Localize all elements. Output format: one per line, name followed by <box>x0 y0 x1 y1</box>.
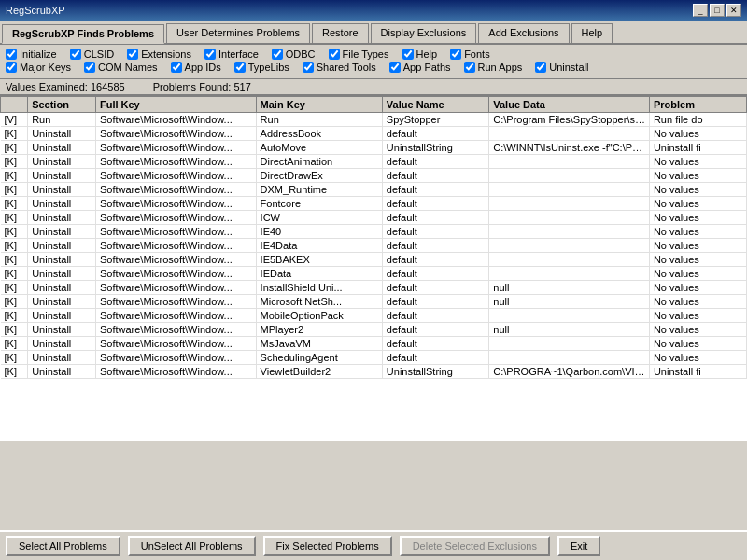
cell-type: [K] <box>1 253 28 267</box>
checkbox-clsid[interactable]: CLSID <box>70 49 114 60</box>
table-row[interactable]: [K]UninstallSoftware\Microsoft\Window...… <box>1 337 747 351</box>
checkbox-interface[interactable]: Interface <box>204 49 259 60</box>
cell-type: [K] <box>1 141 28 155</box>
cell-fullkey: Software\Microsoft\Window... <box>95 337 256 351</box>
tab-help[interactable]: Help <box>571 23 613 43</box>
cell-valuedata <box>489 253 650 267</box>
tab-restore[interactable]: Restore <box>312 23 369 43</box>
cell-type: [K] <box>1 281 28 295</box>
cell-fullkey: Software\Microsoft\Window... <box>95 113 256 127</box>
select-all-button[interactable]: Select All Problems <box>6 536 120 556</box>
cell-problem: No values <box>649 281 746 295</box>
col-header-valuedata[interactable]: Value Data <box>489 97 650 113</box>
cell-valuedata <box>489 351 650 365</box>
checkbox-typelibs[interactable]: TypeLibs <box>234 62 289 73</box>
checkbox-file-types[interactable]: File Types <box>329 49 389 60</box>
table-row[interactable]: [K]UninstallSoftware\Microsoft\Window...… <box>1 253 747 267</box>
table-body: [V]RunSoftware\Microsoft\Window...RunSpy… <box>1 113 747 379</box>
col-header-problem[interactable]: Problem <box>649 97 746 113</box>
table-row[interactable]: [K]UninstallSoftware\Microsoft\Window...… <box>1 281 747 295</box>
cell-type: [V] <box>1 113 28 127</box>
table-row[interactable]: [K]UninstallSoftware\Microsoft\Window...… <box>1 183 747 197</box>
checkbox-odbc[interactable]: ODBC <box>272 49 316 60</box>
checkbox-uninstall[interactable]: Uninstall <box>535 62 588 73</box>
table-row[interactable]: [K]UninstallSoftware\Microsoft\Window...… <box>1 169 747 183</box>
col-header-mainkey[interactable]: Main Key <box>256 97 382 113</box>
cell-fullkey: Software\Microsoft\Window... <box>95 169 256 183</box>
table-row[interactable]: [K]UninstallSoftware\Microsoft\Window...… <box>1 309 747 323</box>
cell-mainkey: Fontcore <box>256 197 382 211</box>
table-row[interactable]: [K]UninstallSoftware\Microsoft\Window...… <box>1 365 747 379</box>
cell-problem: Uninstall fi <box>649 141 746 155</box>
cell-problem: No values <box>649 169 746 183</box>
cell-mainkey: IE40 <box>256 225 382 239</box>
cell-problem: No values <box>649 211 746 225</box>
tab-regscrubxp-finds-problems[interactable]: RegScrubXP Finds Problems <box>2 24 164 44</box>
minimize-button[interactable]: _ <box>693 4 708 17</box>
cell-valuename: default <box>382 197 488 211</box>
table-row[interactable]: [K]UninstallSoftware\Microsoft\Window...… <box>1 323 747 337</box>
unselect-all-button[interactable]: UnSelect All Problems <box>128 536 256 556</box>
table-row[interactable]: [K]UninstallSoftware\Microsoft\Window...… <box>1 295 747 309</box>
checkbox-major-keys[interactable]: Major Keys <box>6 62 71 73</box>
cell-problem: No values <box>649 225 746 239</box>
cell-valuename: default <box>382 351 488 365</box>
cell-valuedata: C:\PROGRA~1\Qarbon.com\VIEWL... <box>489 365 650 379</box>
col-header-section[interactable]: Section <box>28 97 96 113</box>
cell-valuename: default <box>382 267 488 281</box>
checkbox-fonts[interactable]: Fonts <box>450 49 490 60</box>
cell-valuename: default <box>382 211 488 225</box>
tab-add-exclusions[interactable]: Add Exclusions <box>478 23 569 43</box>
table-row[interactable]: [K]UninstallSoftware\Microsoft\Window...… <box>1 127 747 141</box>
checkbox-app-paths[interactable]: App Paths <box>389 62 451 73</box>
cell-section: Uninstall <box>28 351 96 365</box>
table-row[interactable]: [K]UninstallSoftware\Microsoft\Window...… <box>1 197 747 211</box>
checkbox-extensions[interactable]: Extensions <box>127 49 191 60</box>
delete-exclusions-button[interactable]: Delete Selected Exclusions <box>400 536 550 556</box>
cell-problem: No values <box>649 295 746 309</box>
table-row[interactable]: [K]UninstallSoftware\Microsoft\Window...… <box>1 211 747 225</box>
cell-fullkey: Software\Microsoft\Window... <box>95 141 256 155</box>
cell-valuename: SpyStopper <box>382 113 488 127</box>
table-row[interactable]: [K]UninstallSoftware\Microsoft\Window...… <box>1 267 747 281</box>
cell-mainkey: InstallShield Uni... <box>256 281 382 295</box>
col-header-type[interactable] <box>1 97 28 113</box>
table-row[interactable]: [K]UninstallSoftware\Microsoft\Window...… <box>1 351 747 365</box>
checkbox-com-names[interactable]: COM Names <box>84 62 158 73</box>
cell-valuename: UninstallString <box>382 365 488 379</box>
table-row[interactable]: [V]RunSoftware\Microsoft\Window...RunSpy… <box>1 113 747 127</box>
close-button[interactable]: ✕ <box>726 4 741 17</box>
checkbox-shared-tools[interactable]: Shared Tools <box>303 62 376 73</box>
maximize-button[interactable]: □ <box>710 4 725 17</box>
cell-type: [K] <box>1 267 28 281</box>
checkbox-initialize[interactable]: Initialize <box>6 49 57 60</box>
table-row[interactable]: [K]UninstallSoftware\Microsoft\Window...… <box>1 155 747 169</box>
cell-valuename: default <box>382 295 488 309</box>
exit-button[interactable]: Exit <box>557 536 600 556</box>
table-row[interactable]: [K]UninstallSoftware\Microsoft\Window...… <box>1 239 747 253</box>
cell-type: [K] <box>1 295 28 309</box>
cell-valuename: default <box>382 239 488 253</box>
checkbox-app-ids[interactable]: App IDs <box>171 62 221 73</box>
checkbox-help[interactable]: Help <box>402 49 438 60</box>
tab-user-determines-problems[interactable]: User Determines Problems <box>166 23 310 43</box>
col-header-valuename[interactable]: Value Name <box>382 97 488 113</box>
cell-valuedata: C:\WINNT\IsUninst.exe -f"C:\Progra... <box>489 141 650 155</box>
tabbar: RegScrubXP Finds ProblemsUser Determines… <box>0 21 747 45</box>
cell-fullkey: Software\Microsoft\Window... <box>95 309 256 323</box>
fix-selected-button[interactable]: Fix Selected Problems <box>263 536 392 556</box>
table-row[interactable]: [K]UninstallSoftware\Microsoft\Window...… <box>1 225 747 239</box>
cell-mainkey: ICW <box>256 211 382 225</box>
results-table-container[interactable]: SectionFull KeyMain KeyValue NameValue D… <box>0 95 747 441</box>
cell-valuedata <box>489 197 650 211</box>
cell-type: [K] <box>1 309 28 323</box>
cell-valuename: UninstallString <box>382 141 488 155</box>
cell-section: Uninstall <box>28 365 96 379</box>
checkbox-run-apps[interactable]: Run Apps <box>464 62 523 73</box>
table-row[interactable]: [K]UninstallSoftware\Microsoft\Window...… <box>1 141 747 155</box>
col-header-fullkey[interactable]: Full Key <box>95 97 256 113</box>
problems-found-label: Problems Found: 517 <box>153 81 251 92</box>
tab-display-exclusions[interactable]: Display Exclusions <box>371 23 477 43</box>
cell-fullkey: Software\Microsoft\Window... <box>95 253 256 267</box>
cell-type: [K] <box>1 365 28 379</box>
